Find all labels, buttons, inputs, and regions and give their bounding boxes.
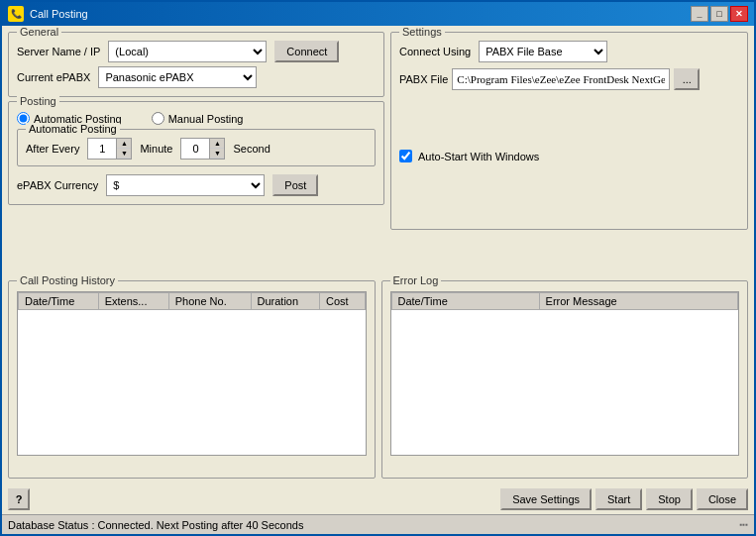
history-section: Call Posting History Date/Time Extens...… bbox=[8, 280, 748, 479]
settings-group: Settings Connect Using PABX File Base Di… bbox=[390, 32, 748, 230]
action-buttons: Save Settings Start Stop Close bbox=[500, 488, 748, 510]
main-window: 📞 Call Posting _ □ ✕ General Server Name… bbox=[0, 0, 756, 536]
manual-radio-label: Manual Posting bbox=[168, 113, 244, 125]
pabx-file-label: PABX File bbox=[399, 73, 448, 85]
error-log-label: Error Log bbox=[390, 274, 442, 286]
pabx-file-input[interactable] bbox=[452, 68, 670, 90]
bottom-bar: ? Save Settings Start Stop Close bbox=[2, 484, 754, 514]
left-panel: General Server Name / IP (Local) Remote … bbox=[8, 32, 384, 276]
server-row: Server Name / IP (Local) Remote Connect bbox=[17, 41, 376, 62]
currency-row: ePABX Currency $ £ € Post bbox=[17, 174, 376, 196]
title-bar-left: 📞 Call Posting bbox=[8, 6, 88, 22]
manual-radio[interactable] bbox=[152, 112, 164, 125]
title-bar-buttons: _ □ ✕ bbox=[691, 6, 748, 22]
error-log-box: Error Log Date/Time Error Message bbox=[381, 280, 749, 479]
second-input[interactable]: 0 bbox=[181, 139, 209, 159]
epabx-row: Current ePABX Panasonic ePABX bbox=[17, 66, 376, 88]
window-icon: 📞 bbox=[8, 6, 24, 22]
minute-input[interactable]: 1 bbox=[88, 139, 116, 159]
settings-label: Settings bbox=[399, 26, 445, 38]
save-settings-button[interactable]: Save Settings bbox=[500, 488, 592, 510]
currency-select[interactable]: $ £ € bbox=[106, 174, 265, 196]
currency-label: ePABX Currency bbox=[17, 179, 98, 191]
call-history-table-container[interactable]: Date/Time Extens... Phone No. Duration C… bbox=[17, 291, 367, 456]
status-text: Database Status : Connected. Next Postin… bbox=[8, 519, 303, 531]
call-history-label: Call Posting History bbox=[17, 274, 118, 286]
maximize-button[interactable]: □ bbox=[710, 6, 728, 22]
col-phone: Phone No. bbox=[168, 293, 251, 310]
auto-start-checkbox[interactable] bbox=[399, 150, 412, 162]
minute-up-button[interactable]: ▲ bbox=[117, 139, 131, 149]
second-up-button[interactable]: ▲ bbox=[210, 139, 224, 149]
top-row: General Server Name / IP (Local) Remote … bbox=[8, 32, 748, 276]
server-label: Server Name / IP bbox=[17, 46, 100, 57]
auto-posting-group-label: Automatic Posting bbox=[26, 123, 120, 135]
server-select[interactable]: (Local) Remote bbox=[108, 41, 267, 62]
after-every-label: After Every bbox=[26, 143, 79, 155]
connect-using-select[interactable]: PABX File Base Direct Connect bbox=[479, 41, 607, 62]
error-log-table: Date/Time Error Message bbox=[391, 292, 739, 310]
general-group: General Server Name / IP (Local) Remote … bbox=[8, 32, 384, 97]
window-title: Call Posting bbox=[30, 8, 88, 20]
main-content: General Server Name / IP (Local) Remote … bbox=[2, 26, 754, 484]
auto-start-label: Auto-Start With Windows bbox=[418, 151, 539, 162]
minimize-button[interactable]: _ bbox=[691, 6, 708, 22]
help-button[interactable]: ? bbox=[8, 488, 30, 510]
posting-group: Posting Automatic Posting Manual Posting bbox=[8, 101, 384, 205]
call-history-table: Date/Time Extens... Phone No. Duration C… bbox=[18, 292, 366, 310]
status-dots: ▪▪▪ bbox=[739, 520, 748, 529]
col-datetime: Date/Time bbox=[19, 293, 99, 310]
error-col-message: Error Message bbox=[539, 293, 737, 310]
status-bar: Database Status : Connected. Next Postin… bbox=[2, 514, 754, 534]
col-duration: Duration bbox=[251, 293, 320, 310]
second-spinner: 0 ▲ ▼ bbox=[180, 138, 225, 160]
connect-using-row: Connect Using PABX File Base Direct Conn… bbox=[399, 41, 739, 62]
browse-button[interactable]: ... bbox=[674, 68, 700, 90]
interval-row: After Every 1 ▲ ▼ Minute 0 bbox=[26, 138, 367, 160]
error-log-table-container[interactable]: Date/Time Error Message bbox=[390, 291, 740, 456]
close-window-button[interactable]: ✕ bbox=[730, 6, 748, 22]
start-button[interactable]: Start bbox=[595, 488, 642, 510]
col-extension: Extens... bbox=[98, 293, 168, 310]
error-col-datetime: Date/Time bbox=[391, 293, 539, 310]
title-bar: 📞 Call Posting _ □ ✕ bbox=[2, 2, 754, 26]
minute-down-button[interactable]: ▼ bbox=[117, 149, 131, 159]
col-cost: Cost bbox=[320, 293, 365, 310]
second-spin-btns: ▲ ▼ bbox=[209, 139, 224, 159]
post-button[interactable]: Post bbox=[272, 174, 318, 196]
auto-start-row: Auto-Start With Windows bbox=[399, 150, 739, 162]
general-label: General bbox=[17, 26, 61, 38]
pabx-file-row: PABX File ... bbox=[399, 68, 739, 90]
auto-posting-subgroup: Automatic Posting After Every 1 ▲ ▼ Minu… bbox=[17, 129, 376, 166]
minute-spin-btns: ▲ ▼ bbox=[116, 139, 131, 159]
connect-button[interactable]: Connect bbox=[274, 41, 339, 62]
call-history-box: Call Posting History Date/Time Extens...… bbox=[8, 280, 376, 479]
connect-using-label: Connect Using bbox=[399, 46, 471, 57]
close-button[interactable]: Close bbox=[697, 488, 748, 510]
minute-label: Minute bbox=[140, 143, 172, 155]
stop-button[interactable]: Stop bbox=[646, 488, 693, 510]
manual-radio-item: Manual Posting bbox=[152, 112, 244, 125]
right-panel: Settings Connect Using PABX File Base Di… bbox=[390, 32, 748, 276]
second-down-button[interactable]: ▼ bbox=[210, 149, 224, 159]
epabx-select[interactable]: Panasonic ePABX bbox=[98, 66, 257, 88]
epabx-label: Current ePABX bbox=[17, 71, 90, 83]
second-label: Second bbox=[233, 143, 270, 155]
posting-label: Posting bbox=[17, 95, 59, 107]
minute-spinner: 1 ▲ ▼ bbox=[87, 138, 132, 160]
